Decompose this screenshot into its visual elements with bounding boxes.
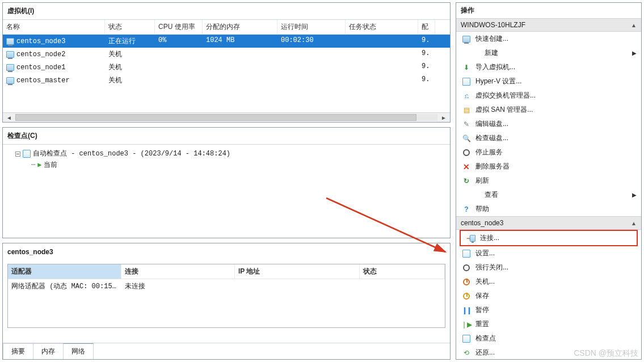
action-item[interactable]: 强行关闭... bbox=[456, 260, 641, 275]
tab-network[interactable]: 网络 bbox=[63, 343, 94, 359]
save-icon bbox=[462, 292, 471, 301]
adapter-name: 网络适配器 (动态 MAC: 00:15:5... bbox=[8, 279, 121, 293]
tab-memory[interactable]: 内存 bbox=[33, 343, 64, 359]
checkpoint-root-label: 自动检查点 - centos_node3 - (2023/9/14 - 14:4… bbox=[33, 148, 230, 159]
action-label: 虚拟交换机管理器... bbox=[475, 91, 637, 100]
vm-ver: 9. bbox=[418, 48, 435, 61]
vm-task bbox=[346, 35, 418, 48]
checkpoint-root[interactable]: 自动检查点 - centos_node3 - (2023/9/14 - 14:4… bbox=[7, 148, 445, 159]
action-item[interactable]: ➔连接... bbox=[461, 231, 637, 245]
connect-icon: ➔ bbox=[466, 234, 475, 243]
vm-uptime bbox=[277, 74, 346, 87]
col-task[interactable]: 任务状态 bbox=[346, 20, 418, 34]
col-mem[interactable]: 分配的内存 bbox=[203, 20, 277, 34]
action-item[interactable]: 快速创建... bbox=[456, 32, 641, 46]
col-ver[interactable]: 配 bbox=[418, 20, 435, 34]
vm-status: 正在运行 bbox=[105, 35, 155, 48]
col-st[interactable]: 状态 bbox=[360, 264, 445, 279]
tree-collapse-icon[interactable] bbox=[15, 151, 20, 157]
action-item[interactable]: ❘▶重置 bbox=[456, 317, 641, 331]
scroll-thumb[interactable] bbox=[15, 114, 416, 121]
action-label: 重置 bbox=[475, 319, 637, 329]
action-item[interactable]: 关机... bbox=[456, 275, 641, 289]
checkpoint-current[interactable]: ⋯ ▶ 当前 bbox=[7, 159, 445, 171]
col-name[interactable]: 名称 bbox=[3, 20, 105, 34]
col-adapter[interactable]: 适配器 bbox=[8, 264, 121, 279]
action-item[interactable]: ↻刷新 bbox=[456, 174, 641, 188]
col-ip[interactable]: IP 地址 bbox=[235, 264, 360, 279]
vm-icon bbox=[6, 38, 14, 45]
action-item[interactable]: ▤虚拟 SAN 管理器... bbox=[456, 103, 641, 117]
action-item[interactable]: 🔍检查磁盘... bbox=[456, 131, 641, 145]
vm-row[interactable]: centos_node1关机9. bbox=[3, 61, 450, 74]
import-icon: ⬇ bbox=[462, 63, 471, 72]
revert-icon: ⟲ bbox=[462, 348, 471, 357]
action-label: 虚拟 SAN 管理器... bbox=[475, 105, 637, 115]
vm-grid-header[interactable]: 名称 状态 CPU 使用率 分配的内存 运行时间 任务状态 配 bbox=[3, 20, 450, 35]
vm-icon bbox=[6, 51, 14, 58]
action-item[interactable]: ⬇导入虚拟机... bbox=[456, 60, 641, 74]
vm-ver: 9. bbox=[418, 74, 435, 87]
scroll-track[interactable] bbox=[15, 114, 437, 121]
details-panel: centos_node3 适配器 连接 IP 地址 状态 网络适配器 (动态 M… bbox=[2, 243, 451, 360]
vm-icon bbox=[6, 64, 14, 71]
chevron-right-icon: ▶ bbox=[632, 192, 637, 198]
play-icon: ▶ bbox=[37, 159, 41, 171]
adapter-status bbox=[360, 279, 445, 293]
action-label: 设置... bbox=[475, 249, 637, 258]
action-label: 帮助 bbox=[475, 204, 637, 214]
action-item[interactable]: ?帮助 bbox=[456, 202, 641, 216]
action-item[interactable]: ⎌虚拟交换机管理器... bbox=[456, 89, 641, 103]
col-uptime[interactable]: 运行时间 bbox=[277, 20, 346, 34]
col-cpu[interactable]: CPU 使用率 bbox=[155, 20, 203, 34]
scroll-right-icon[interactable]: ► bbox=[439, 115, 449, 121]
checkpoint-current-label: 当前 bbox=[44, 159, 57, 171]
action-item[interactable]: Hyper-V 设置... bbox=[456, 74, 641, 89]
col-conn[interactable]: 连接 bbox=[121, 264, 235, 279]
vm-cpu: 0% bbox=[155, 35, 203, 48]
settings-icon bbox=[462, 249, 471, 258]
details-tabbar: 摘要 内存 网络 bbox=[3, 343, 450, 359]
vm-row[interactable]: centos_node2关机9. bbox=[3, 48, 450, 61]
vm-ver: 9. bbox=[418, 61, 435, 74]
disk-edit-icon: ✎ bbox=[462, 120, 471, 129]
action-item[interactable]: 新建▶ bbox=[456, 46, 641, 60]
adapter-ip bbox=[235, 279, 360, 293]
vm-name: centos_node1 bbox=[16, 64, 65, 71]
action-label: 检查点 bbox=[475, 334, 637, 343]
col-status[interactable]: 状态 bbox=[105, 20, 155, 34]
details-title: centos_node3 bbox=[3, 243, 450, 264]
actions-vm-header[interactable]: centos_node3 ▲ bbox=[456, 216, 641, 230]
action-item[interactable]: ✎编辑磁盘... bbox=[456, 117, 641, 131]
action-item[interactable]: 查看▶ bbox=[456, 188, 641, 202]
action-item[interactable]: 停止服务 bbox=[456, 145, 641, 159]
action-label: 新建 bbox=[485, 48, 628, 58]
vm-task bbox=[346, 74, 418, 87]
action-label: 连接... bbox=[480, 233, 632, 243]
vm-ver: 9. bbox=[418, 35, 435, 48]
vm-icon bbox=[6, 77, 14, 84]
tab-summary[interactable]: 摘要 bbox=[3, 343, 33, 359]
action-item[interactable]: 设置... bbox=[456, 246, 641, 260]
vm-cpu bbox=[155, 74, 203, 87]
stop-icon bbox=[462, 148, 471, 157]
action-item[interactable]: ✕删除服务器 bbox=[456, 159, 641, 174]
action-label: 刷新 bbox=[475, 176, 637, 186]
vm-status: 关机 bbox=[105, 48, 155, 61]
action-label: 暂停 bbox=[475, 305, 637, 315]
collapse-icon[interactable]: ▲ bbox=[631, 22, 637, 28]
vm-mem: 1024 MB bbox=[203, 35, 277, 48]
vm-row[interactable]: centos_node3正在运行0%1024 MB00:02:309. bbox=[3, 35, 450, 48]
action-item[interactable]: ❙❙暂停 bbox=[456, 303, 641, 317]
actions-host-header[interactable]: WINDWOS-10HLZJF ▲ bbox=[456, 18, 641, 32]
vm-row[interactable]: centos_master关机9. bbox=[3, 74, 450, 87]
vm-name: centos_node3 bbox=[16, 37, 65, 45]
vm-name: centos_master bbox=[16, 77, 70, 85]
action-item[interactable]: ⟲还原... bbox=[456, 346, 641, 360]
adapter-row[interactable]: 网络适配器 (动态 MAC: 00:15:5...未连接 bbox=[8, 279, 445, 293]
collapse-icon[interactable]: ▲ bbox=[631, 220, 637, 226]
scroll-left-icon[interactable]: ◄ bbox=[4, 115, 14, 121]
action-item[interactable]: 检查点 bbox=[456, 331, 641, 346]
action-item[interactable]: 保存 bbox=[456, 289, 641, 303]
vm-h-scrollbar[interactable]: ◄ ► bbox=[3, 112, 450, 122]
